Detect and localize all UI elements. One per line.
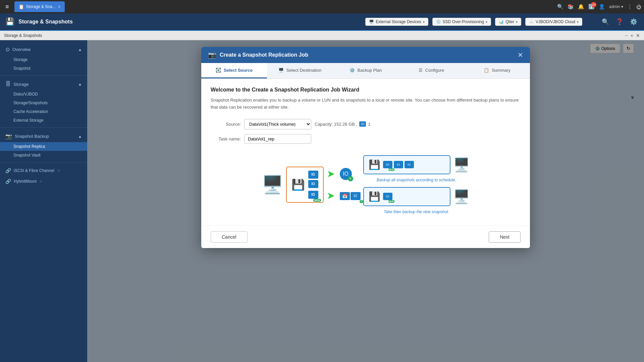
wizard-step-select-destination[interactable]: 🖥️ Select Destination [267,63,333,78]
dest-new-badge-2: NEW [388,200,394,203]
wizard-step-summary[interactable]: 📋 Summary [464,63,530,78]
tab-icon: 📋 [18,4,24,9]
dest-option-backup-all[interactable]: 💾 IO NEW IO IO [363,155,450,174]
wizard-step-configure[interactable]: ☰ Configure [398,63,464,78]
backup-plan-label: Backup Plan [358,68,382,73]
source-box: 💾 IO IO IO NEW [286,167,324,203]
taskname-input[interactable] [244,134,311,144]
source-server-group: 🖥️ [262,174,283,195]
wizard-steps: 💽 Select Source 🖥️ Select Destination ⚙️… [201,63,530,79]
more-button[interactable]: ⋮ [627,4,632,10]
modal-close-button[interactable]: ✕ [518,51,523,59]
sidebar-item-disks[interactable]: Disks/VJBOD [0,90,87,99]
ssd-label: SSD Over-Provisioning [443,19,484,24]
hamburger-menu-button[interactable]: ≡ [3,2,12,12]
snapshot-count: 1 [368,122,370,127]
dest-option-2-text: Take then backup the new snapshot. [363,209,470,214]
wizard-step-backup-plan[interactable]: ⚙️ Backup Plan [333,63,398,78]
sidebar-item-storage[interactable]: Storage [0,55,87,64]
sidebar-item-snapshot-replica[interactable]: Snapshot Replica [0,142,87,151]
modal-title-icon: 📷 [208,51,216,59]
iscsi-icon: 🔗 [5,168,11,173]
sidebar-section-snapshot-backup[interactable]: 📷 Snapshot Backup ▲ [0,130,87,142]
sidebar-item-storage-snapshots[interactable]: Storage/Snapshots [0,99,87,107]
capacity-text: Capacity: 152.26 GB , [315,122,357,127]
wizard-step-select-source[interactable]: 💽 Select Source [201,63,267,78]
hybridmount-icon: 🔗 [5,179,11,184]
source-select[interactable]: DataVol1(Thick volume) [244,119,311,129]
wizard-welcome-title: Welcome to the Create a Snapshot Replica… [211,87,521,93]
app-tab[interactable]: 📋 Storage & Sna... ✕ [14,1,65,12]
sidebar-section-storage[interactable]: 🗄 Storage ▲ [0,78,87,90]
qtier-button[interactable]: 📊 Qtier ▾ [495,18,521,26]
wizard-welcome-desc: Snapshot Replication enables you to back… [211,97,521,111]
stack-button[interactable]: 📚 [568,4,574,10]
dest-snap-icon-new-2: IO [383,193,392,200]
help-icon-button[interactable]: ❓ [614,17,625,27]
chevron-down-icon-3: ▾ [516,20,518,24]
external-link-icon-2: ↗ [39,180,42,183]
divider-1 [0,75,87,76]
window-titlebar: Storage & Snapshots − + ✕ [0,31,644,40]
bottom-arrow-row: ➤ 📅 IO + [324,191,361,201]
user-button[interactable]: 👤 [599,4,605,10]
top-arrow-row: ➤ IO + [324,168,361,180]
cancel-button[interactable]: Cancel [211,231,248,243]
dest-option-1-row: 💾 IO NEW IO IO [363,155,470,174]
power-button[interactable]: ⏻ [636,4,641,10]
maximize-button[interactable]: + [631,33,633,38]
close-button[interactable]: ✕ [636,33,640,38]
modal-footer: Cancel Next [201,226,530,248]
calendar-icon: 📅 [340,192,350,200]
select-source-label: Select Source [224,68,253,73]
bell-button[interactable]: 🔔 [578,4,584,10]
dest-snap-icons-1: IO NEW IO IO [383,161,414,168]
arrows-and-dests: ➤ IO + ➤ 📅 [324,168,361,201]
minimize-button[interactable]: − [625,33,628,38]
sidebar-item-external[interactable]: External Storage [0,116,87,125]
snapshot-backup-label: Snapshot Backup [15,134,49,139]
window-titlebar-actions: − + ✕ [625,33,640,38]
snap-icon-new-wrapper: IO NEW [308,191,318,199]
tab-close-button[interactable]: ✕ [58,5,61,9]
source-form-row: Source: DataVol1(Thick volume) Capacity:… [211,119,521,129]
search-icon-button[interactable]: 🔍 [600,17,610,27]
search-button[interactable]: 🔍 [557,4,564,10]
modal-body: Welcome to the Create a Snapshot Replica… [201,79,530,226]
dest-option-take-new[interactable]: 💾 IO NEW [363,187,450,206]
divider-3 [0,162,87,163]
next-button[interactable]: Next [489,231,521,243]
cal-snap-wrapper: IO + [351,192,361,200]
snapshot-count-icon: IO [359,121,366,127]
external-storage-button[interactable]: 🖥️ External Storage Devices ▾ [365,18,428,26]
select-destination-icon: 🖥️ [278,68,284,73]
arrow-right-2: ➤ [327,191,334,201]
dest-remote-server-2: 🖥️ [453,189,470,204]
dest-snap-new-2: IO NEW [383,193,392,200]
qtier-label: Qtier [505,19,514,24]
sidebar-item-hybridmount[interactable]: 🔗 HybridMount ↗ [0,176,87,187]
dest-snap-icon-new: IO [383,161,392,168]
external-storage-icon: 🖥️ [369,19,374,24]
vjbod-button[interactable]: ☁️ VJBOD/VJBOD Cloud ▾ [525,18,582,26]
sidebar-item-iscsi[interactable]: 🔗 iSCSI & Fibre Channel ↗ [0,165,87,176]
snap-icon-new: IO [308,191,318,199]
settings-icon-button[interactable]: ⚙️ [629,17,639,27]
create-plus-badge: + [348,176,353,181]
new-badge: NEW [313,199,321,202]
sidebar-item-snapshot-vault[interactable]: Snapshot Vault [0,151,87,160]
snapshot-backup-chevron-icon: ▲ [78,134,82,138]
content-area: ⚙️ Options ↻ ▾ 📷 Create a Snapshot Repli… [87,40,644,362]
external-storage-label: External Storage Devices [376,19,421,24]
breadcrumb: Storage & Snapshots [4,33,42,38]
sidebar-item-snapshot[interactable]: Snapshot [0,64,87,73]
external-link-icon: ↗ [57,169,60,173]
cal-snap-icon: IO [351,192,361,200]
sidebar-item-cache[interactable]: Cache Acceleration [0,107,87,116]
ssd-button[interactable]: 💿 SSD Over-Provisioning ▾ [432,18,491,26]
snap-icon-2: IO [308,180,318,188]
select-destination-label: Select Destination [286,68,322,73]
ssd-icon: 💿 [436,19,441,24]
dest-snap-icon-2: IO [394,161,403,168]
sidebar-section-overview[interactable]: ⊙ Overview ▲ [0,44,87,55]
